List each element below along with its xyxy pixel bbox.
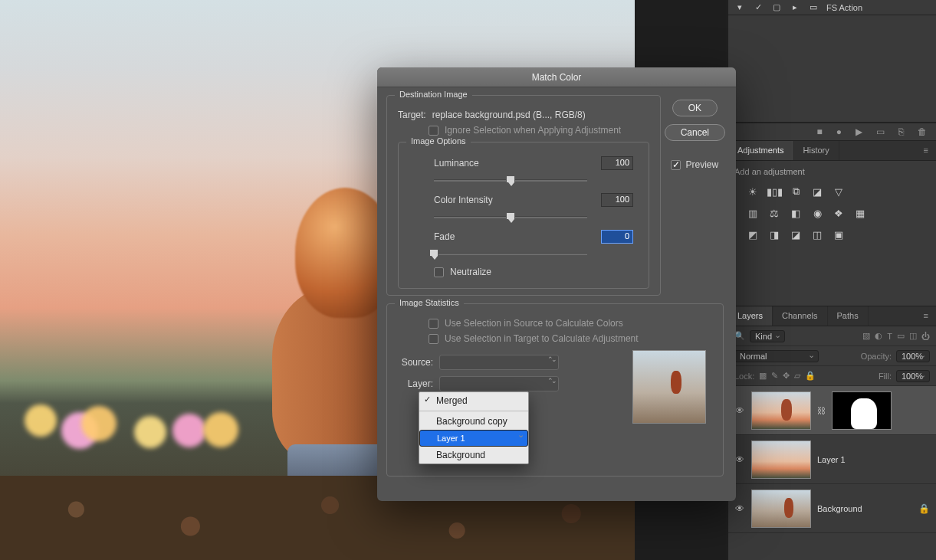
layer-name[interactable]: Background xyxy=(817,504,862,513)
selective-color-icon[interactable]: ▣ xyxy=(831,228,846,241)
new-folder-icon[interactable]: ▭ xyxy=(876,126,885,137)
filter-smart-icon[interactable]: ◫ xyxy=(909,331,917,341)
invert-icon[interactable]: ◩ xyxy=(745,228,760,241)
intensity-input[interactable]: 100 xyxy=(601,193,633,207)
opacity-field[interactable]: 100% xyxy=(896,350,930,362)
color-balance-icon[interactable]: ⚖ xyxy=(767,207,782,219)
use-target-label: Use Selection in Target to Calculate Adj… xyxy=(445,333,639,344)
visibility-toggle-icon[interactable]: 👁 xyxy=(734,454,745,465)
check-icon: ✓ xyxy=(753,2,764,12)
filter-toggle-icon[interactable]: ⏻ xyxy=(921,332,930,341)
cancel-button[interactable]: Cancel xyxy=(665,124,725,141)
lock-artboard-icon[interactable]: ▱ xyxy=(794,371,800,381)
ok-button[interactable]: OK xyxy=(672,100,718,116)
exposure-icon[interactable]: ◪ xyxy=(810,185,825,198)
actions-panel-body xyxy=(728,15,936,123)
layer-filter-kind[interactable]: Kind xyxy=(750,330,785,342)
tab-history[interactable]: History xyxy=(794,141,839,160)
vibrance-icon[interactable]: ▽ xyxy=(831,185,846,198)
stop-icon: ▢ xyxy=(771,2,782,12)
luminance-input[interactable]: 100 xyxy=(601,156,633,170)
fade-slider[interactable] xyxy=(434,248,587,259)
dropdown-option-layer1[interactable]: Layer 1 xyxy=(419,430,528,447)
filter-pixel-icon[interactable]: ▧ xyxy=(862,331,870,341)
visibility-toggle-icon[interactable]: 👁 xyxy=(734,503,745,514)
record-icon[interactable]: ● xyxy=(836,126,842,137)
lock-label: Lock: xyxy=(734,372,754,381)
right-panel-stack: ▾ ✓ ▢ ▸ ▭ FS Action ■ ● ▶ ▭ ⎘ 🗑 Adjustme… xyxy=(727,0,936,560)
brightness-icon[interactable]: ☀ xyxy=(745,185,760,198)
preview-checkbox[interactable] xyxy=(671,160,681,170)
filter-adjust-icon[interactable]: ◐ xyxy=(875,331,882,341)
layer-thumbnail[interactable] xyxy=(751,391,811,430)
adjustments-hint: Add an adjustment xyxy=(734,167,930,176)
bw-icon[interactable]: ◧ xyxy=(788,207,803,219)
neutralize-checkbox[interactable] xyxy=(434,267,444,277)
lock-position-icon[interactable]: ✥ xyxy=(783,371,790,381)
layer-select[interactable] xyxy=(439,376,559,391)
image-statistics-legend: Image Statistics xyxy=(395,298,464,307)
fade-label: Fade xyxy=(434,231,455,242)
use-source-checkbox xyxy=(429,319,438,329)
action-set-name: FS Action xyxy=(826,3,862,12)
image-options-legend: Image Options xyxy=(406,136,471,146)
filter-type-icon[interactable]: T xyxy=(887,332,892,341)
dropdown-option-background[interactable]: Background xyxy=(419,447,528,463)
threshold-icon[interactable]: ◪ xyxy=(788,228,803,241)
lock-transparency-icon[interactable]: ▩ xyxy=(759,371,767,381)
bokeh-light xyxy=(81,406,117,441)
fill-field[interactable]: 100% xyxy=(896,370,930,382)
actions-item-row[interactable]: ▾ ✓ ▢ ▸ ▭ FS Action xyxy=(728,0,936,15)
gradient-map-icon[interactable]: ◫ xyxy=(810,228,825,241)
chevron-right-icon: ▸ xyxy=(790,2,800,12)
fade-input[interactable]: 0 xyxy=(601,230,633,244)
source-select[interactable] xyxy=(439,355,559,370)
blend-mode-select[interactable]: Normal xyxy=(734,350,819,362)
filter-shape-icon[interactable]: ▭ xyxy=(897,331,905,341)
dialog-title[interactable]: Match Color xyxy=(377,67,736,87)
intensity-slider[interactable] xyxy=(434,211,587,222)
channel-mixer-icon[interactable]: ❖ xyxy=(831,207,846,219)
lock-all-icon[interactable]: 🔒 xyxy=(805,371,816,381)
stop-recording-icon[interactable]: ■ xyxy=(817,126,823,137)
layer-select-dropdown[interactable]: Merged Background copy Layer 1 Backgroun… xyxy=(419,391,529,464)
bokeh-light xyxy=(25,404,57,437)
layer-thumbnail[interactable] xyxy=(751,490,811,528)
bokeh-light xyxy=(134,416,166,448)
dropdown-option-bgcopy[interactable]: Background copy xyxy=(419,413,528,430)
layer-row-background-copy[interactable]: 👁 ⛓ xyxy=(728,386,936,435)
dropdown-option-merged[interactable]: Merged xyxy=(419,392,528,409)
new-action-icon[interactable]: ⎘ xyxy=(898,126,904,137)
luminance-label: Luminance xyxy=(434,158,479,169)
tab-adjustments[interactable]: Adjustments xyxy=(728,141,794,160)
layer-thumbnail[interactable] xyxy=(751,440,811,479)
photo-filter-icon[interactable]: ◉ xyxy=(810,207,825,219)
hue-sat-icon[interactable]: ▥ xyxy=(745,207,760,219)
visibility-toggle-icon[interactable]: 👁 xyxy=(734,405,745,416)
use-target-checkbox xyxy=(429,334,438,344)
layer-row-layer1[interactable]: 👁 Layer 1 xyxy=(728,435,936,484)
levels-icon[interactable]: ▮▯▮ xyxy=(767,185,782,198)
lock-icon: 🔒 xyxy=(918,503,930,514)
luminance-slider[interactable] xyxy=(434,175,587,185)
arrow-collapse-icon: ▾ xyxy=(734,2,745,12)
panel-menu-icon[interactable]: ≡ xyxy=(916,306,936,326)
tab-channels[interactable]: Channels xyxy=(773,306,827,326)
layer-name[interactable]: Layer 1 xyxy=(817,455,846,464)
curves-icon[interactable]: ⧉ xyxy=(788,185,803,198)
source-preview-thumbnail xyxy=(632,350,706,424)
layer-row-background[interactable]: 👁 Background 🔒 xyxy=(728,484,936,533)
color-lookup-icon[interactable]: ▦ xyxy=(852,207,868,219)
mask-link-icon[interactable]: ⛓ xyxy=(817,406,826,415)
layer-mask-thumbnail[interactable] xyxy=(832,391,892,430)
adjustments-panel-tabs: Adjustments History ≡ xyxy=(728,141,936,161)
lock-pixels-icon[interactable]: ✎ xyxy=(771,371,778,381)
preview-label: Preview xyxy=(685,159,718,170)
target-value: replace background.psd (B..., RGB/8) xyxy=(432,110,586,120)
trash-icon[interactable]: 🗑 xyxy=(918,126,927,137)
panel-menu-icon[interactable]: ≡ xyxy=(916,141,936,160)
play-icon[interactable]: ▶ xyxy=(856,126,862,137)
posterize-icon[interactable]: ◨ xyxy=(767,228,782,241)
tab-paths[interactable]: Paths xyxy=(828,306,869,326)
actions-footer-icons: ■ ● ▶ ▭ ⎘ 🗑 xyxy=(728,123,936,141)
